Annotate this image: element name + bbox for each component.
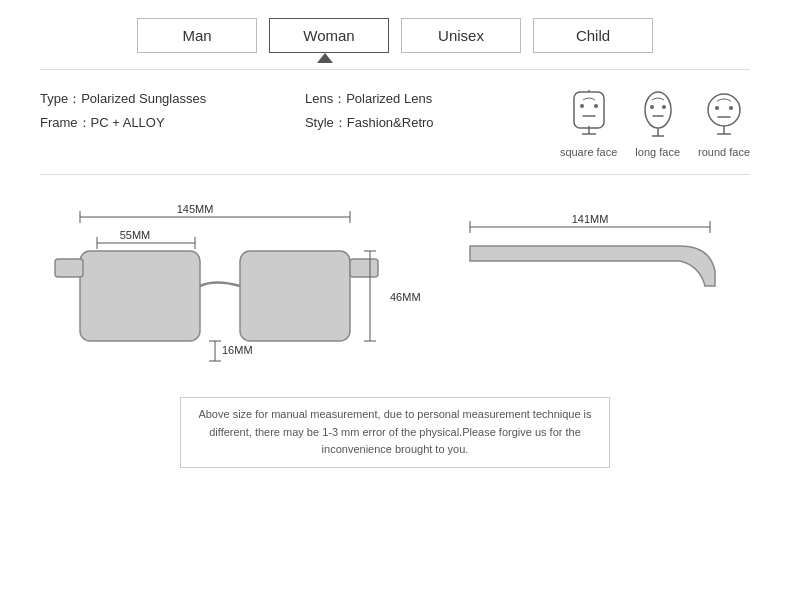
svg-point-7 (645, 92, 671, 128)
svg-point-1 (580, 104, 584, 108)
svg-point-8 (650, 105, 654, 109)
style-info: Style：Fashion&Retro (305, 114, 540, 132)
round-face-icon (702, 90, 746, 142)
face-round: round face (698, 90, 750, 158)
face-long: long face (635, 90, 680, 158)
svg-rect-27 (80, 251, 200, 341)
svg-point-15 (729, 106, 733, 110)
svg-text:46MM: 46MM (390, 291, 421, 303)
glasses-temple-svg: 141MM (450, 191, 730, 381)
face-icons-group: square face long face (540, 90, 750, 158)
face-square-label: square face (560, 146, 617, 158)
face-square: square face (560, 90, 617, 158)
tab-unisex[interactable]: Unisex (401, 18, 521, 53)
tabs-container: Man Woman Unisex Child (0, 0, 790, 63)
divider-top (40, 69, 750, 70)
frame-info: Frame：PC + ALLOY (40, 114, 275, 132)
long-face-icon (641, 90, 675, 142)
svg-rect-28 (240, 251, 350, 341)
tab-child[interactable]: Child (533, 18, 653, 53)
svg-rect-29 (55, 259, 83, 277)
face-round-label: round face (698, 146, 750, 158)
square-face-icon (568, 90, 610, 142)
face-long-label: long face (635, 146, 680, 158)
info-left: Type：Polarized Sunglasses Frame：PC + ALL… (40, 90, 275, 138)
svg-point-2 (594, 104, 598, 108)
dimensions-section: 145MM 55MM 46MM 1 (0, 181, 790, 391)
divider-middle (40, 174, 750, 175)
glasses-front-diagram: 145MM 55MM 46MM 1 (40, 191, 430, 381)
info-right: Lens：Polarized Lens Style：Fashion&Retro (275, 90, 540, 138)
svg-text:141MM: 141MM (572, 213, 609, 225)
svg-point-9 (662, 105, 666, 109)
type-info: Type：Polarized Sunglasses (40, 90, 275, 108)
lens-info: Lens：Polarized Lens (305, 90, 540, 108)
svg-rect-0 (574, 92, 604, 128)
disclaimer-text: Above size for manual measurement, due t… (198, 408, 591, 455)
tab-woman[interactable]: Woman (269, 18, 389, 53)
glasses-temple-diagram: 141MM (450, 191, 750, 381)
info-section: Type：Polarized Sunglasses Frame：PC + ALL… (0, 76, 790, 168)
svg-point-14 (715, 106, 719, 110)
svg-text:16MM: 16MM (222, 344, 253, 356)
svg-text:55MM: 55MM (120, 229, 151, 241)
tab-active-arrow (317, 53, 333, 63)
glasses-front-svg: 145MM 55MM 46MM 1 (40, 191, 430, 381)
tab-man[interactable]: Man (137, 18, 257, 53)
svg-text:145MM: 145MM (177, 203, 214, 215)
svg-rect-30 (350, 259, 378, 277)
disclaimer-box: Above size for manual measurement, due t… (180, 397, 610, 468)
